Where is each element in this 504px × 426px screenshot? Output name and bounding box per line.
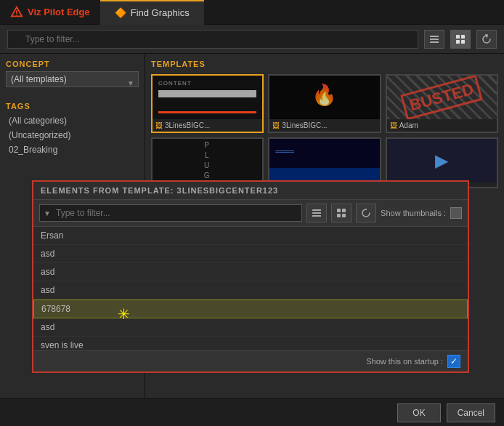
svg-rect-12 (312, 212, 321, 214)
thumb-icon-1: 🖼 (155, 121, 163, 129)
refresh-button[interactable] (476, 30, 497, 49)
thumb-icon-3: 🖼 (390, 121, 397, 129)
elements-grid-view-btn[interactable] (331, 204, 351, 222)
svg-rect-11 (312, 209, 321, 211)
template-name-2: 3LinesBIGC... (282, 121, 327, 129)
search-bar: ▼ (0, 25, 504, 54)
svg-rect-3 (430, 36, 439, 37)
tags-label: TAGS (6, 102, 139, 110)
show-thumbnails-label: Show thumbnails : (381, 209, 446, 217)
concept-label: CONCEPT (6, 60, 139, 68)
elements-header: ELEMENTS FROM TEMPLATE: 3LINESBIGCENTER1… (33, 182, 468, 200)
cancel-button[interactable]: Cancel (447, 403, 495, 422)
title-bar: Viz Pilot Edge 🔶 Find Graphics (0, 0, 504, 25)
elements-list: Ersan asd asd asd 678678 asd sven is liv… (33, 227, 468, 350)
elements-filter-icon: ▼ (44, 209, 51, 217)
elements-list-view-btn[interactable] (306, 204, 327, 222)
svg-rect-8 (456, 40, 460, 44)
list-item[interactable]: Ersan (33, 227, 468, 245)
template-name-1: 3LinesBIGC... (165, 121, 210, 129)
bottom-bar: OK Cancel (0, 398, 504, 426)
svg-rect-17 (342, 214, 346, 217)
template-thumb-1[interactable]: CONTENT 🖼 3LinesBIGC... (151, 74, 264, 133)
svg-rect-7 (461, 35, 465, 39)
svg-rect-4 (430, 39, 439, 40)
svg-point-2 (16, 14, 17, 15)
list-view-button[interactable] (424, 30, 444, 49)
svg-rect-6 (456, 35, 460, 39)
concept-select-wrap: (All templates) ▼ (6, 71, 139, 95)
svg-rect-9 (461, 40, 465, 44)
top-filter-wrap: ▼ (7, 30, 418, 49)
app-logo: Viz Pilot Edge (0, 6, 100, 19)
sidebar-item-02breaking[interactable]: 02_Breaking (6, 142, 139, 157)
top-filter-input[interactable] (7, 30, 418, 49)
elements-panel: ELEMENTS FROM TEMPLATE: 3LINESBIGCENTER1… (32, 180, 469, 373)
tab-icon: 🔶 (115, 7, 126, 18)
show-thumbnails-checkbox[interactable] (450, 207, 462, 219)
startup-label: Show this on startup : (366, 357, 443, 366)
list-item[interactable]: asd (33, 318, 468, 337)
elements-footer: Show this on startup : ✓ (33, 350, 468, 371)
thumb-icon-2: 🖼 (272, 121, 280, 129)
elements-filter-wrap: ▼ (39, 204, 302, 222)
list-item[interactable]: sven is live (33, 337, 468, 350)
template-grid: CONTENT 🖼 3LinesBIGC... 🔥 🖼 3LinesBIGC..… (151, 74, 498, 188)
template-name-3: Adam (399, 121, 418, 129)
templates-label: TEMPLATES (151, 60, 498, 68)
svg-rect-5 (430, 41, 439, 43)
elements-toolbar: ▼ Show thumbnails : (33, 200, 468, 227)
find-graphics-tab[interactable]: 🔶 Find Graphics (100, 0, 204, 25)
concept-select[interactable]: (All templates) (6, 71, 139, 87)
list-item[interactable]: 678678 (33, 300, 468, 318)
tab-title-label: Find Graphics (131, 7, 190, 18)
template-thumb-3[interactable]: BUSTED 🖼 Adam (386, 74, 498, 133)
elements-refresh-btn[interactable] (356, 204, 376, 222)
svg-rect-14 (337, 209, 341, 212)
list-item[interactable]: asd (33, 281, 468, 300)
svg-marker-10 (486, 35, 487, 37)
elements-filter-input[interactable] (39, 204, 302, 222)
grid-view-button[interactable] (450, 30, 471, 49)
template-thumb-2[interactable]: 🔥 🖼 3LinesBIGC... (268, 74, 381, 133)
app-name-label: Viz Pilot Edge (28, 7, 90, 17)
ok-button[interactable]: OK (397, 403, 440, 422)
startup-checkbox[interactable]: ✓ (447, 355, 460, 368)
svg-rect-16 (337, 214, 341, 217)
list-item[interactable]: asd (33, 245, 468, 263)
sidebar-item-all-categories[interactable]: (All categories) (6, 113, 139, 128)
svg-rect-15 (342, 209, 346, 212)
sidebar-item-uncategorized[interactable]: (Uncategorized) (6, 128, 139, 142)
list-item[interactable]: asd (33, 263, 468, 281)
svg-rect-13 (312, 215, 321, 217)
